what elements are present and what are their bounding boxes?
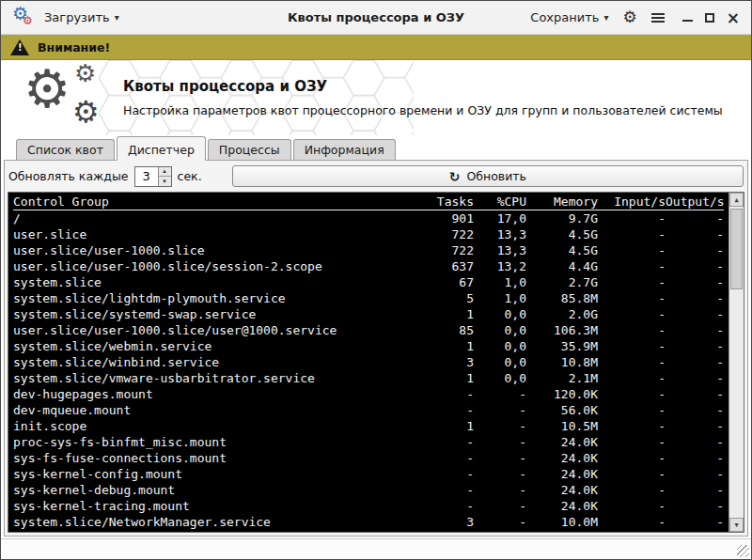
table-row[interactable]: init.scope1-10.5M-- — [13, 418, 724, 434]
interval-down-button[interactable]: ▼ — [159, 176, 171, 186]
value-cell: - — [666, 386, 724, 402]
table-row[interactable]: system.slice/systemd-swap.service10,02.0… — [13, 306, 724, 322]
logo-gear-large-icon: ⚙ — [24, 63, 70, 116]
table-row[interactable]: user.slice72213,34.5G-- — [13, 226, 724, 242]
value-cell: - — [666, 466, 724, 482]
table-row[interactable]: sys-kernel-config.mount--24.0K-- — [13, 466, 724, 482]
table-row[interactable]: system.slice/NetworkManager.service3-10.… — [13, 514, 724, 530]
value-cell: 722 — [417, 226, 474, 242]
dispatcher-panel: Обновлять каждые ▲ ▼ сек. ↻ Обновить Con… — [4, 160, 748, 537]
page-subtitle: Настройка параметров квот процессорного … — [123, 103, 723, 117]
window-controls: × — [682, 11, 740, 24]
window-close-button[interactable]: × — [727, 11, 740, 24]
table-row[interactable]: sys-kernel-tracing.mount--24.0K-- — [13, 498, 724, 514]
warning-banner[interactable]: ! Внимание! — [1, 35, 751, 60]
status-bar — [1, 538, 751, 559]
table-row[interactable]: dev-mqueue.mount--56.0K-- — [13, 402, 724, 418]
value-cell: 3 — [417, 514, 474, 530]
interval-input[interactable] — [135, 167, 158, 186]
value-cell: 901 — [417, 210, 474, 226]
cgroup-name-cell: proc-sys-fs-binfmt_misc.mount — [13, 434, 417, 450]
value-cell: 4.4G — [526, 258, 598, 274]
value-cell: 1,0 — [474, 290, 526, 306]
table-body: /90117,09.7G--user.slice72213,34.5G--use… — [13, 210, 724, 530]
value-cell: 9.7G — [526, 210, 598, 226]
value-cell: 1 — [417, 370, 474, 386]
table-header: Control GroupTasks%CPUMemoryInput/sOutpu… — [13, 194, 724, 210]
window-maximize-button[interactable] — [705, 13, 714, 23]
value-cell: - — [474, 466, 526, 482]
value-cell: - — [666, 290, 724, 306]
cgroup-name-cell: user.slice/user-1000.slice/user@1000.ser… — [13, 322, 417, 338]
cgroup-name-cell: init.scope — [13, 418, 417, 434]
cgroup-name-cell: system.slice — [13, 274, 417, 290]
menu-hamburger-icon[interactable] — [651, 13, 665, 23]
resize-grip[interactable] — [737, 545, 749, 557]
refresh-button[interactable]: ↻ Обновить — [232, 165, 744, 187]
value-cell: - — [598, 402, 666, 418]
tab-dispatcher[interactable]: Диспетчер — [117, 136, 206, 161]
value-cell: 1 — [417, 338, 474, 354]
table-row[interactable]: system.slice/winbind.service30,010.8M-- — [13, 354, 724, 370]
value-cell: 0,0 — [474, 354, 526, 370]
table-row[interactable]: system.slice/webmin.service10,035.9M-- — [13, 338, 724, 354]
save-menu-button[interactable]: Сохранить ▾ — [530, 10, 608, 24]
value-cell: 10.0M — [526, 514, 598, 530]
value-cell: - — [598, 514, 666, 530]
cgroup-name-cell: sys-kernel-debug.mount — [13, 482, 417, 498]
tab-bar: Список квот Диспетчер Процессы Информаци… — [1, 135, 751, 160]
table-row[interactable]: user.slice/user-1000.slice/user@1000.ser… — [13, 322, 724, 338]
value-cell: 4.5G — [526, 242, 598, 258]
cgroup-name-cell: user.slice/user-1000.slice/session-2.sco… — [13, 258, 417, 274]
value-cell: 0,0 — [474, 338, 526, 354]
value-cell: 0,0 — [474, 370, 526, 386]
interval-up-button[interactable]: ▲ — [159, 167, 171, 177]
table-row[interactable]: system.slice/lightdm-plymouth.service51,… — [13, 290, 724, 306]
value-cell: - — [666, 402, 724, 418]
tab-information[interactable]: Информация — [293, 139, 396, 160]
scroll-down-button[interactable]: ▼ — [729, 518, 744, 532]
table-row[interactable]: proc-sys-fs-binfmt_misc.mount--24.0K-- — [13, 434, 724, 450]
value-cell: - — [598, 258, 666, 274]
app-window: ⚙ ⚙ Загрузить ▾ Квоты процессора и ОЗУ С… — [0, 0, 752, 560]
scroll-up-button[interactable]: ▲ — [729, 193, 744, 207]
value-cell: - — [666, 226, 724, 242]
value-cell: - — [598, 482, 666, 498]
table-row[interactable]: user.slice/user-1000.slice/session-2.sco… — [13, 258, 724, 274]
value-cell: - — [598, 434, 666, 450]
warning-triangle-icon: ! — [10, 39, 29, 55]
value-cell: 3 — [417, 354, 474, 370]
value-cell: - — [666, 514, 724, 530]
value-cell: - — [417, 434, 474, 450]
value-cell: - — [666, 242, 724, 258]
table-row[interactable]: dev-hugepages.mount--120.0K-- — [13, 386, 724, 402]
settings-gear-icon[interactable]: ⚙ — [623, 9, 637, 25]
load-menu-button[interactable]: Загрузить ▾ — [44, 10, 119, 24]
value-cell: - — [598, 322, 666, 338]
logo-gear-medium-icon: ⚙ — [72, 97, 100, 127]
scrollbar-thumb[interactable] — [730, 209, 743, 289]
value-cell: 85.8M — [526, 290, 598, 306]
table-row[interactable]: system.slice671,02.7G-- — [13, 274, 724, 290]
cgroup-name-cell: sys-kernel-config.mount — [13, 466, 417, 482]
value-cell: 24.0K — [526, 450, 598, 466]
tab-quota-list[interactable]: Список квот — [16, 139, 115, 160]
cgroup-name-cell: system.slice/webmin.service — [13, 338, 417, 354]
table-row[interactable]: user.slice/user-1000.slice72213,34.5G-- — [13, 242, 724, 258]
table-row[interactable]: sys-fs-fuse-connections.mount--24.0K-- — [13, 450, 724, 466]
value-cell: 10.5M — [526, 418, 598, 434]
window-minimize-button[interactable] — [682, 13, 693, 22]
value-cell: 24.0K — [526, 498, 598, 514]
value-cell: - — [417, 482, 474, 498]
value-cell: 1 — [417, 418, 474, 434]
value-cell: - — [417, 402, 474, 418]
value-cell: - — [417, 498, 474, 514]
table-row[interactable]: sys-kernel-debug.mount--24.0K-- — [13, 482, 724, 498]
table-row[interactable]: /90117,09.7G-- — [13, 210, 724, 226]
tab-processes[interactable]: Процессы — [208, 139, 291, 160]
vertical-scrollbar[interactable]: ▲ ▼ — [728, 193, 744, 532]
app-icon: ⚙ ⚙ — [12, 7, 35, 29]
value-cell: - — [598, 354, 666, 370]
table-row[interactable]: system.slice/vmware-usbarbitrator.servic… — [13, 370, 724, 386]
value-cell: 10.8M — [526, 354, 598, 370]
